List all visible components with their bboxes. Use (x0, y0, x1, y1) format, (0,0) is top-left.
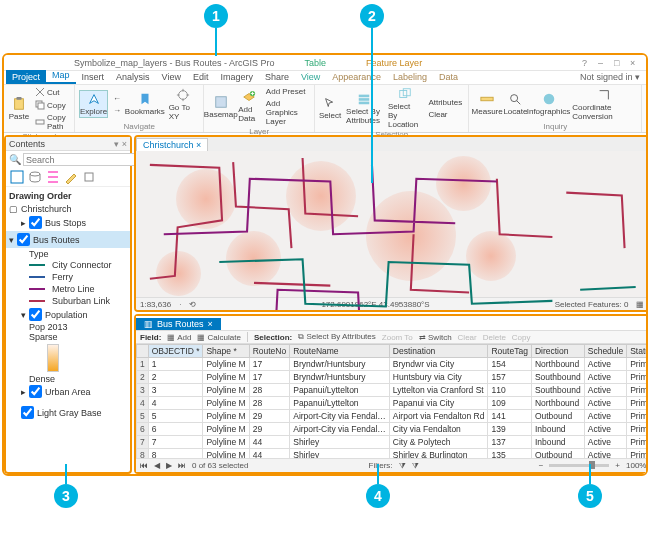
close-tab-icon[interactable]: × (208, 319, 213, 329)
svg-point-5 (179, 90, 188, 99)
locate-button[interactable]: Locate (504, 91, 527, 117)
contents-view-modes (6, 168, 130, 187)
add-preset-button[interactable]: Add Preset (264, 86, 310, 97)
tab-data[interactable]: Data (433, 70, 464, 84)
column-header[interactable]: Destination (389, 345, 488, 358)
toc-layer-urban-area[interactable]: ▸Urban Area (21, 384, 127, 399)
select-by-attributes-button[interactable]: Select By Attributes (344, 91, 383, 126)
column-header[interactable]: RouteTag (488, 345, 531, 358)
tab-edit[interactable]: Edit (187, 70, 215, 84)
zoom-out-button[interactable]: − (539, 461, 544, 470)
help-icon[interactable]: ? (582, 58, 592, 68)
toc-basemap[interactable]: Light Gray Base (21, 405, 127, 420)
tab-view[interactable]: View (156, 70, 187, 84)
field-calculate-button[interactable]: ▦ Calculate (197, 333, 241, 342)
clear-button[interactable]: Clear (458, 333, 477, 342)
table-row[interactable]: 11Polyline M17Bryndwr/HuntsburyBryndwr v… (137, 358, 649, 371)
close-icon[interactable]: × (630, 58, 640, 68)
coordinate-conversion-button[interactable]: Coordinate Conversion (570, 87, 637, 122)
close-pane-icon[interactable]: × (122, 139, 127, 149)
table-prev-button[interactable]: ◀ (154, 461, 160, 470)
measure-button[interactable]: Measure (473, 91, 501, 117)
toc-layer-population[interactable]: ▾Population (21, 307, 127, 322)
column-header[interactable]: RouteName (290, 345, 390, 358)
basemap-button[interactable]: Basemap (208, 94, 233, 120)
zoom-slider[interactable] (549, 464, 609, 467)
select-button[interactable]: Select (319, 95, 341, 121)
tab-labeling[interactable]: Labeling (387, 70, 433, 84)
copy-path-button[interactable]: Copy Path (33, 112, 70, 132)
add-graphics-layer-button[interactable]: Add Graphics Layer (264, 98, 310, 127)
cut-button[interactable]: Cut (33, 86, 70, 98)
contents-search-input[interactable] (23, 153, 141, 166)
column-header[interactable]: Schedule (584, 345, 626, 358)
column-header[interactable]: Status (627, 345, 648, 358)
table-row[interactable]: 55Polyline M29Airport-City via Fendal…Ai… (137, 410, 649, 423)
attributes-button[interactable]: Attributes (426, 97, 464, 108)
window-title: Symbolize_map_layers - Bus Routes - ArcG… (74, 58, 275, 68)
zoom-to-button[interactable]: Zoom To (382, 333, 413, 342)
nav-prev-button[interactable]: ← (111, 93, 123, 104)
toc-layer-bus-stops[interactable]: ▸Bus Stops (21, 215, 127, 230)
go-to-xy-button[interactable]: Go To XY (167, 87, 200, 122)
filter-icon[interactable]: ⧩ (399, 461, 406, 471)
delete-button[interactable]: Delete (483, 333, 506, 342)
table-row[interactable]: 66Polyline M29Airport-City via Fendal…Ci… (137, 423, 649, 436)
list-by-editing-icon[interactable] (64, 170, 78, 184)
copy-rows-button[interactable]: Copy (512, 333, 531, 342)
toc-layer-bus-routes[interactable]: ▾Bus Routes (9, 232, 127, 247)
column-header[interactable]: Direction (531, 345, 584, 358)
view-unplaced-button[interactable]: View Unplaced (646, 98, 648, 118)
list-by-drawing-order-icon[interactable] (10, 170, 24, 184)
list-by-selection-icon[interactable] (46, 170, 60, 184)
bookmarks-button[interactable]: Bookmarks (126, 91, 164, 117)
table-select-by-attributes-button[interactable]: ⧉ Select By Attributes (298, 332, 376, 342)
clear-selection-button[interactable]: Clear (426, 109, 464, 120)
tab-analysis[interactable]: Analysis (110, 70, 156, 84)
table-row[interactable]: 33Polyline M28Papanui/LytteltonLyttelton… (137, 384, 649, 397)
tab-table-view[interactable]: View (295, 70, 326, 84)
tab-share[interactable]: Share (259, 70, 295, 84)
table-last-button[interactable]: ⏭ (178, 461, 186, 470)
add-data-button[interactable]: Add Data (236, 89, 261, 124)
list-by-snapping-icon[interactable] (82, 170, 96, 184)
tab-appearance[interactable]: Appearance (326, 70, 387, 84)
table-row[interactable]: 44Polyline M28Papanui/LytteltonPapanui v… (137, 397, 649, 410)
toc-map-node[interactable]: ▢ Christchurch (9, 203, 127, 215)
nav-next-button[interactable]: → (111, 105, 123, 116)
maximize-icon[interactable]: □ (614, 58, 624, 68)
search-icon: 🔍 (9, 154, 21, 165)
column-header[interactable]: Shape * (203, 345, 249, 358)
select-by-location-button[interactable]: Select By Location (386, 86, 423, 130)
minimize-icon[interactable]: – (598, 58, 608, 68)
tab-project[interactable]: Project (6, 70, 46, 84)
tab-map[interactable]: Map (46, 68, 76, 84)
filter-icon-2[interactable]: ⧩ (412, 461, 419, 471)
table-grid[interactable]: OBJECTID *Shape *RouteNoRouteNameDestina… (136, 344, 648, 458)
tab-imagery[interactable]: Imagery (214, 70, 259, 84)
table-row[interactable]: 88Polyline M44ShirleyShirley & Burlingto… (137, 449, 649, 459)
table-row[interactable]: 77Polyline M44ShirleyCity & Polytech137I… (137, 436, 649, 449)
zoom-in-button[interactable]: + (615, 461, 620, 470)
pause-button[interactable]: Pause (646, 86, 648, 97)
table-next-button[interactable]: ▶ (166, 461, 172, 470)
map-tab[interactable]: Christchurch × (136, 138, 208, 151)
more-button[interactable]: More (646, 119, 648, 130)
infographics-button[interactable]: Infographics (530, 91, 568, 117)
switch-selection-button[interactable]: ⇄ Switch (419, 333, 452, 342)
pin-icon[interactable]: ▾ (114, 139, 119, 149)
sign-in-button[interactable]: Not signed in ▾ (574, 70, 646, 84)
list-by-source-icon[interactable] (28, 170, 42, 184)
field-add-button[interactable]: ▦ Add (167, 333, 191, 342)
table-first-button[interactable]: ⏮ (140, 461, 148, 470)
column-header[interactable]: RouteNo (249, 345, 290, 358)
paste-button[interactable]: Paste (8, 96, 30, 122)
column-header[interactable]: OBJECTID * (148, 345, 203, 358)
copy-button[interactable]: Copy (33, 99, 70, 111)
table-row[interactable]: 22Polyline M17Bryndwr/HuntsburyHuntsbury… (137, 371, 649, 384)
explore-button[interactable]: Explore (79, 90, 108, 118)
ribbon-group-inquiry: Measure Locate Infographics Coordinate C… (469, 85, 642, 132)
table-tab[interactable]: ▥ Bus Routes × (136, 318, 221, 330)
tab-insert[interactable]: Insert (76, 70, 111, 84)
map-canvas[interactable] (136, 151, 648, 297)
